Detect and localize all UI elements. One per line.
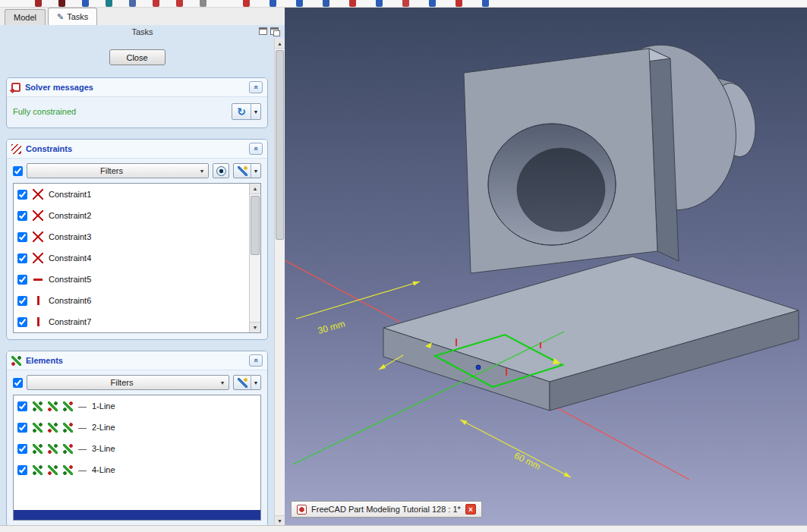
constraint-checkbox[interactable]	[17, 211, 27, 221]
refresh-dropdown-arrow-icon[interactable]: ▼	[251, 104, 260, 119]
toolbar-icon[interactable]	[106, 0, 112, 7]
scrollbar-thumb[interactable]	[251, 196, 260, 255]
settings-dropdown-arrow-icon[interactable]: ▼	[251, 376, 260, 389]
scrollbar-thumb[interactable]	[276, 50, 284, 240]
collapse-constraints-button[interactable]: «	[249, 143, 263, 155]
toolbar-icon[interactable]	[296, 0, 303, 7]
selected-row-highlight[interactable]	[14, 510, 260, 520]
constraints-filter-combo[interactable]: Filters ▼	[27, 163, 209, 178]
scroll-down-icon[interactable]: ▼	[275, 515, 285, 525]
toolbar-icon[interactable]	[243, 0, 250, 7]
start-point-icon	[48, 423, 58, 433]
3d-scene: 30 mm 60 mm	[285, 8, 807, 525]
scroll-up-icon[interactable]: ▲	[250, 184, 260, 194]
toolbar-icon[interactable]	[456, 0, 462, 7]
document-tab[interactable]: FreeCAD Part Modeling Tutorial 128 : 1* …	[291, 501, 482, 518]
constraint-row[interactable]: Constraint5	[14, 269, 249, 290]
elements-header[interactable]: Elements «	[7, 351, 267, 370]
tab-model[interactable]: Model	[5, 9, 46, 25]
3d-viewport[interactable]: 30 mm 60 mm FreeCAD Part Modeling Tutori…	[285, 8, 807, 525]
part-base[interactable]	[383, 257, 799, 411]
toolbar-icon[interactable]	[376, 0, 383, 7]
show-constraints-button[interactable]	[213, 163, 229, 178]
constraint-checkbox[interactable]	[17, 317, 27, 327]
element-row[interactable]: — 4-Line	[14, 459, 260, 480]
elements-title: Elements	[26, 356, 244, 365]
close-task-button[interactable]: Close	[109, 49, 165, 65]
elements-list: — 1-Line — 2-Line	[13, 395, 261, 521]
toolbar-icon[interactable]	[429, 0, 436, 7]
x-axis[interactable]	[558, 408, 689, 480]
panel-title: Tasks	[131, 27, 153, 36]
toolbar-icon[interactable]	[200, 0, 206, 7]
solver-messages-header[interactable]: Solver messages «	[7, 78, 267, 97]
settings-dropdown-arrow-icon[interactable]: ▼	[251, 164, 260, 178]
element-row[interactable]: — 1-Line	[14, 395, 260, 417]
close-document-icon[interactable]: ×	[465, 504, 476, 515]
tasks-panel-body: Close Solver messages « Fully constraine…	[0, 39, 274, 525]
dimension-30mm-label[interactable]: 30 mm	[317, 318, 346, 336]
auto-update-button[interactable]: ↻ ▼	[232, 103, 261, 120]
panel-scrollbar[interactable]: ▲ ▼	[274, 39, 285, 525]
scroll-down-icon[interactable]: ▼	[250, 322, 260, 332]
constraints-header[interactable]: Constraints «	[7, 140, 267, 159]
constraint-checkbox[interactable]	[17, 253, 27, 263]
origin-point[interactable]	[476, 365, 481, 370]
collapse-solver-button[interactable]: «	[249, 81, 263, 93]
elements-section: Elements « Filters ▼ ▼	[6, 351, 268, 525]
toolbar-icon[interactable]	[153, 0, 159, 7]
constraint-row[interactable]: Constraint7	[14, 311, 249, 332]
constraints-master-checkbox[interactable]	[13, 166, 23, 176]
constraint-row[interactable]: Constraint3	[14, 226, 249, 247]
constraints-scrollbar[interactable]: ▲ ▼	[249, 184, 260, 332]
dock-panel-icon[interactable]	[270, 27, 279, 35]
dimension-60mm-label[interactable]: 60 mm	[512, 450, 542, 472]
freecad-icon	[297, 505, 307, 515]
constraint-row[interactable]: Constraint1	[14, 184, 249, 205]
toolbar-icon[interactable]	[349, 0, 356, 7]
elements-master-checkbox[interactable]	[13, 378, 23, 388]
freecad-window: Model ✎ Tasks Tasks Close	[0, 0, 807, 532]
top-toolbar	[0, 0, 807, 8]
element-row[interactable]: — 2-Line	[14, 417, 260, 438]
constraints-settings-button[interactable]: ▼	[233, 163, 261, 178]
toolbar-icon[interactable]	[82, 0, 89, 7]
constraint-row[interactable]: Constraint6	[14, 290, 249, 311]
toolbar-icon[interactable]	[402, 0, 409, 7]
toolbar-icon[interactable]	[35, 0, 42, 7]
constraint-row[interactable]: Constraint4	[14, 247, 249, 269]
constraint-checkbox[interactable]	[17, 275, 27, 285]
float-panel-icon[interactable]	[259, 27, 267, 35]
x-axis[interactable]	[285, 260, 401, 323]
constraints-title: Constraints	[26, 144, 244, 153]
toolbar-icon[interactable]	[176, 0, 183, 7]
refresh-icon[interactable]: ↻	[232, 104, 251, 119]
element-checkbox[interactable]	[17, 401, 27, 411]
constraint-checkbox[interactable]	[17, 232, 27, 242]
elements-filter-combo[interactable]: Filters ▼	[27, 375, 229, 390]
panel-tab-bar: Model ✎ Tasks	[0, 8, 285, 25]
element-checkbox[interactable]	[17, 423, 27, 433]
collapse-elements-button[interactable]: «	[249, 354, 263, 367]
toolbar-icon[interactable]	[482, 0, 489, 7]
wand-icon	[238, 378, 247, 388]
toolbar-icon[interactable]	[323, 0, 329, 7]
wand-icon	[238, 166, 247, 176]
coincident-constraint-icon	[33, 253, 43, 263]
elements-settings-button[interactable]: ▼	[233, 375, 261, 390]
element-row[interactable]: — 3-Line	[14, 438, 260, 459]
scroll-up-icon[interactable]: ▲	[275, 39, 285, 49]
toolbar-icon[interactable]	[129, 0, 136, 7]
constraint-checkbox[interactable]	[17, 190, 27, 200]
solver-messages-section: Solver messages « Fully constrained ↻ ▼	[6, 77, 268, 128]
toolbar-icon[interactable]	[270, 0, 276, 7]
element-checkbox[interactable]	[17, 444, 27, 454]
constraint-checkbox[interactable]	[17, 296, 27, 306]
tab-tasks[interactable]: ✎ Tasks	[48, 8, 97, 25]
constraint-row[interactable]: Constraint2	[14, 205, 249, 226]
toolbar-icon[interactable]	[58, 0, 65, 7]
part-plate[interactable]	[464, 49, 679, 273]
element-checkbox[interactable]	[17, 465, 27, 475]
solver-messages-title: Solver messages	[25, 83, 244, 92]
through-hole[interactable]	[517, 148, 605, 231]
